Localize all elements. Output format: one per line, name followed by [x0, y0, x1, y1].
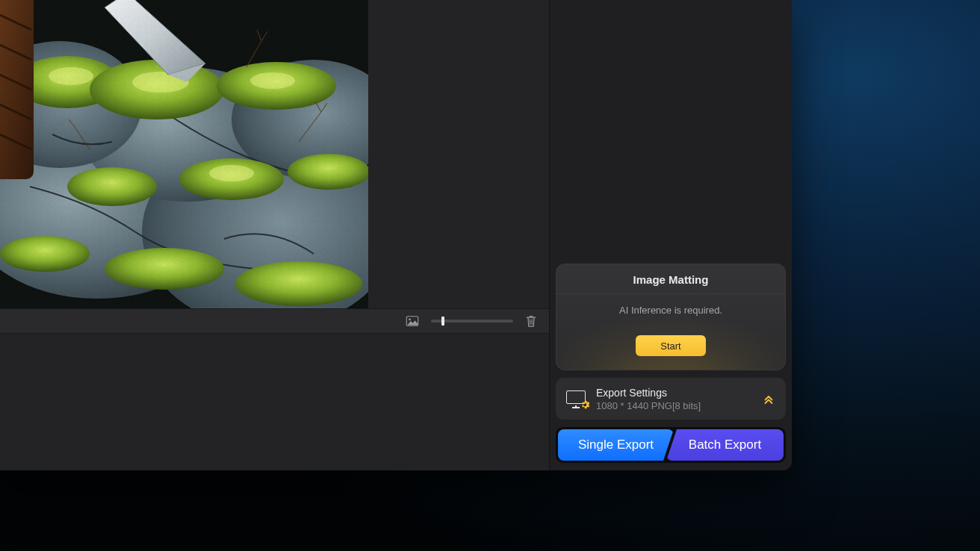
image-matting-card: Image Matting AI Inference is required. … [556, 264, 786, 370]
start-button[interactable]: Start [636, 335, 706, 356]
side-panel-spacer [550, 0, 792, 264]
app-window: Image Matting AI Inference is required. … [0, 0, 792, 470]
image-matting-message: AI Inference is required. [556, 294, 785, 335]
single-export-button[interactable]: Single Export [558, 429, 674, 461]
chevrons-up-icon [762, 392, 775, 405]
export-settings-title: Export Settings [596, 387, 753, 399]
preview-svg [0, 0, 368, 308]
canvas-area [0, 0, 549, 470]
thumbnail-icon[interactable] [406, 316, 419, 326]
export-buttons: Single Export Batch Export [556, 427, 786, 463]
trash-icon[interactable] [525, 314, 537, 328]
zoom-slider[interactable] [431, 320, 513, 323]
export-settings-text: Export Settings 1080 * 1440 PNG[8 bits] [596, 387, 753, 411]
image-matting-title: Image Matting [556, 264, 785, 294]
side-panel: Image Matting AI Inference is required. … [549, 0, 792, 470]
monitor-gear-icon [566, 390, 587, 407]
batch-export-button[interactable]: Batch Export [666, 429, 784, 461]
export-settings-summary: 1080 * 1440 PNG[8 bits] [596, 400, 753, 411]
preview-toolbar [0, 308, 549, 334]
gear-icon [580, 399, 590, 410]
svg-point-28 [409, 319, 411, 321]
export-settings-row[interactable]: Export Settings 1080 * 1440 PNG[8 bits] [556, 378, 786, 420]
zoom-slider-knob[interactable] [441, 317, 444, 326]
image-preview[interactable] [0, 0, 368, 308]
